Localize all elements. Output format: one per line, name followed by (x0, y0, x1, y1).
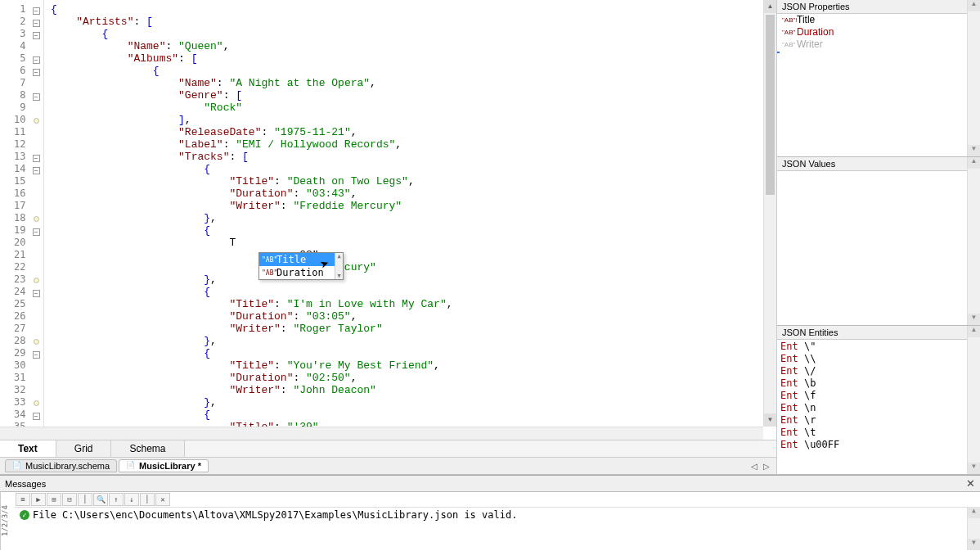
messages-page-tabs[interactable]: 1/2/3/4 (0, 492, 15, 550)
tab-grid[interactable]: Grid (56, 440, 112, 457)
entity-item[interactable]: Ent \" (780, 341, 977, 353)
doc-tab-label: MusicLibrary.schema (25, 461, 110, 471)
messages-title: Messages (5, 479, 46, 489)
entity-item[interactable]: Ent \f (780, 390, 977, 402)
message-text: File C:\Users\enc\Documents\Altova\XMLSp… (33, 509, 517, 521)
editor-scrollbar-horizontal[interactable] (0, 427, 763, 440)
properties-list[interactable]: "AB"!Title"AB"Duration"AB"Writer (777, 14, 980, 51)
tab-text[interactable]: Text (0, 440, 56, 457)
toolbar-button[interactable]: 🔍 (93, 493, 108, 506)
property-item[interactable]: "AB"!Title (777, 14, 980, 26)
entities-list[interactable]: Ent \"Ent \\Ent \/Ent \bEnt \fEnt \nEnt … (777, 340, 980, 452)
tab-schema[interactable]: Schema (111, 440, 184, 457)
insertion-indicator (777, 52, 780, 53)
doc-tab-label: MusicLibrary * (139, 461, 201, 471)
toolbar-button[interactable]: ↓ (124, 493, 139, 506)
gutter: 1234567891011121314151617181920212223242… (0, 0, 44, 440)
doc-nav-next[interactable]: ▷ (762, 462, 771, 471)
panel-scrollbar[interactable]: ▲ ▼ (967, 326, 980, 474)
doc-nav-prev[interactable]: ◁ (749, 462, 759, 471)
entity-item[interactable]: Ent \u00FF (780, 439, 977, 451)
check-icon: ✓ (20, 510, 29, 520)
entity-item[interactable]: Ent \/ (780, 365, 977, 377)
code-content[interactable]: { "Artists": [ { "Name": "Queen", "Album… (44, 0, 776, 440)
json-file-icon: 📄 (126, 461, 136, 471)
toolbar-button[interactable]: ✕ (155, 493, 170, 506)
panel-scrollbar[interactable]: ▲ ▼ (967, 157, 980, 325)
panel-scrollbar[interactable]: ▲ ▼ (967, 0, 980, 156)
panel-title-entities: JSON Entities (777, 326, 980, 340)
doc-tab-json[interactable]: 📄 MusicLibrary * (119, 459, 209, 472)
toolbar-button[interactable]: │ (140, 493, 155, 506)
message-line[interactable]: ✓ File C:\Users\enc\Documents\Altova\XML… (15, 508, 980, 522)
autocomplete-popup[interactable]: "AB"!Title"AB"Duration ▲▼ (258, 252, 344, 280)
panel-title-values: JSON Values (777, 157, 980, 171)
toolbar-button[interactable]: ⊟ (62, 493, 77, 506)
entity-item[interactable]: Ent \t (780, 427, 977, 439)
property-item[interactable]: "AB"Writer (777, 38, 980, 51)
autocomplete-scrollbar[interactable]: ▲▼ (335, 253, 343, 279)
editor-scrollbar-vertical[interactable]: ▲ ▼ (763, 0, 776, 427)
messages-toolbar: ≡▶⊞⊟│🔍↑↓│✕ (15, 492, 980, 508)
toolbar-button[interactable]: │ (78, 493, 92, 506)
entity-item[interactable]: Ent \\ (780, 353, 977, 365)
toolbar-button[interactable]: ⊞ (47, 493, 61, 506)
entity-item[interactable]: Ent \b (780, 377, 977, 390)
toolbar-button[interactable]: ≡ (16, 493, 30, 506)
doc-tab-schema[interactable]: 📄 MusicLibrary.schema (5, 459, 117, 472)
entity-item[interactable]: Ent \n (780, 402, 977, 414)
entity-item[interactable]: Ent \r (780, 414, 977, 427)
toolbar-button[interactable]: ▶ (31, 493, 46, 506)
close-icon[interactable]: ✕ (966, 477, 975, 490)
json-file-icon: 📄 (12, 461, 22, 471)
property-item[interactable]: "AB"Duration (777, 26, 980, 38)
code-editor[interactable]: 1234567891011121314151617181920212223242… (0, 0, 776, 440)
toolbar-button[interactable]: ↑ (109, 493, 124, 506)
panel-title-properties: JSON Properties (777, 0, 980, 14)
values-list[interactable] (777, 171, 980, 325)
messages-scrollbar[interactable]: ▲ ▼ (967, 507, 980, 550)
